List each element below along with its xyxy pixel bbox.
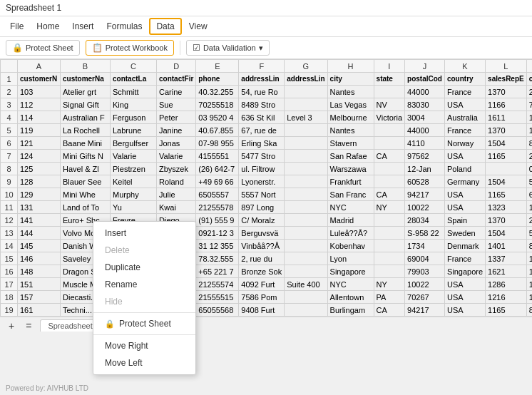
cell[interactable] <box>285 163 327 175</box>
cell[interactable]: Land of To <box>61 201 111 214</box>
cell[interactable]: 94217 <box>405 304 445 317</box>
col-header-g[interactable]: G <box>285 60 327 73</box>
cell[interactable]: France <box>444 124 485 137</box>
cell[interactable]: France <box>444 252 485 265</box>
cell[interactable]: NYC <box>327 278 374 291</box>
cell[interactable] <box>374 124 404 137</box>
cell[interactable]: 131 <box>18 201 61 214</box>
cell[interactable]: Janine <box>157 124 196 137</box>
cell[interactable]: 59700 <box>526 175 532 188</box>
cell[interactable]: France <box>444 86 485 98</box>
cell[interactable]: 103 <box>18 86 61 98</box>
cell[interactable]: 4092 Furt <box>239 278 285 291</box>
cell[interactable]: 4110 <box>405 137 445 150</box>
cell[interactable]: customerN <box>18 73 61 86</box>
cell[interactable]: 69004 <box>405 252 445 265</box>
cell[interactable]: 1611 <box>486 111 527 124</box>
cell[interactable]: 40.67.855 <box>196 124 239 137</box>
cell[interactable] <box>374 252 404 265</box>
cell[interactable]: 71800 <box>526 98 532 111</box>
cell[interactable]: Sweden <box>444 227 485 240</box>
cell[interactable]: 148 <box>18 265 61 278</box>
cell[interactable] <box>285 175 327 188</box>
cell[interactable]: Madrid <box>327 214 374 227</box>
cell[interactable] <box>285 124 327 137</box>
cell[interactable]: 1504 <box>486 175 527 188</box>
cell[interactable]: Roland <box>157 175 196 188</box>
cell[interactable]: San Rafae <box>327 150 374 163</box>
cell[interactable]: 70255518 <box>196 98 239 111</box>
spreadsheet-grid[interactable]: A B C D E F G H I J K L M N 1 customerN … <box>0 59 532 317</box>
col-header-l[interactable]: L <box>486 60 527 73</box>
cell[interactable]: USA <box>444 98 485 111</box>
cell[interactable]: Melbourne <box>327 111 374 124</box>
cell[interactable]: Julie <box>157 188 196 201</box>
cell[interactable]: 83030 <box>405 98 445 111</box>
cell[interactable]: NY <box>374 278 404 291</box>
col-header-e[interactable]: E <box>196 60 239 73</box>
cell[interactable]: 124 <box>18 150 61 163</box>
menu-formulas[interactable]: Formulas <box>101 19 148 34</box>
cell[interactable]: Kobenhav <box>327 240 374 252</box>
cell[interactable]: 121 <box>18 137 61 150</box>
cell[interactable]: Ferguson <box>111 111 157 124</box>
protect-sheet-button[interactable]: 🔒 Protect Sheet <box>6 40 80 56</box>
cell[interactable]: 21255578 <box>196 201 239 214</box>
cell[interactable]: Berguvsvä <box>239 227 285 240</box>
cell[interactable]: Nantes <box>327 86 374 98</box>
context-hide[interactable]: Hide <box>93 293 195 310</box>
cell[interactable]: 100600 <box>526 291 532 304</box>
cell[interactable] <box>285 98 327 111</box>
data-validation-button[interactable]: ☑ Data Validation ▾ <box>186 40 270 56</box>
cell[interactable]: 0921-12 3 <box>196 227 239 240</box>
cell[interactable]: NY <box>374 201 404 214</box>
cell[interactable]: USA <box>444 201 485 214</box>
cell[interactable]: Bergulfser <box>111 137 157 150</box>
cell[interactable]: 146 <box>18 252 61 265</box>
cell[interactable]: Bronze Sok <box>239 265 285 278</box>
cell[interactable]: Blauer See <box>61 175 111 188</box>
cell[interactable]: Australian F <box>61 111 111 124</box>
cell[interactable] <box>285 201 327 214</box>
cell[interactable] <box>374 240 404 252</box>
cell[interactable]: Australia <box>444 111 485 124</box>
cell[interactable]: Havel & Zl <box>61 163 111 175</box>
cell[interactable]: 84600 <box>526 304 532 317</box>
cell[interactable]: 67, rue de <box>239 124 285 137</box>
cell[interactable] <box>374 227 404 240</box>
cell[interactable]: Valarie <box>111 150 157 163</box>
cell[interactable]: 21000 <box>526 86 532 98</box>
cell[interactable]: 12-Jan <box>405 163 445 175</box>
cell[interactable]: 78.32.555 <box>196 252 239 265</box>
cell[interactable]: 1734 <box>405 240 445 252</box>
cell[interactable] <box>374 163 404 175</box>
cell[interactable]: 129 <box>18 188 61 201</box>
cell[interactable]: (26) 642-7 <box>196 163 239 175</box>
cell[interactable]: 70267 <box>405 291 445 304</box>
col-header-c[interactable]: C <box>111 60 157 73</box>
cell[interactable]: 4155551 <box>196 150 239 163</box>
cell[interactable]: 7586 Pom <box>239 291 285 304</box>
context-move-right[interactable]: Move Right <box>93 337 195 354</box>
cell[interactable]: Schmitt <box>111 86 157 98</box>
cell[interactable]: Warszawa <box>327 163 374 175</box>
cell[interactable]: Zbyszek <box>157 163 196 175</box>
col-header-a[interactable]: A <box>18 60 61 73</box>
cell[interactable]: Peter <box>157 111 196 124</box>
cell[interactable]: 1165 <box>486 188 527 201</box>
cell[interactable]: Baane Mini <box>61 137 111 150</box>
cell[interactable]: Piestrzen <box>111 163 157 175</box>
cell[interactable]: S-958 22 <box>405 227 445 240</box>
cell[interactable]: 636 St Kil <box>239 111 285 124</box>
cell[interactable]: CA <box>374 304 404 317</box>
cell[interactable]: (91) 555 9 <box>196 214 239 227</box>
cell[interactable] <box>486 163 527 175</box>
cell[interactable]: 9408 Furt <box>239 304 285 317</box>
cell[interactable] <box>285 304 327 317</box>
cell[interactable]: 1370 <box>486 124 527 137</box>
col-header-b[interactable]: B <box>61 60 111 73</box>
cell[interactable]: USA <box>444 304 485 317</box>
cell[interactable]: 21255574 <box>196 278 239 291</box>
cell[interactable] <box>285 86 327 98</box>
cell[interactable]: ul. Filtrow <box>239 163 285 175</box>
